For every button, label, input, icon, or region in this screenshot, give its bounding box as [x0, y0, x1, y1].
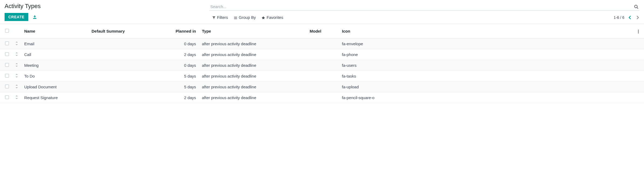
table-row[interactable]: To Do 5 days after previous activity dea… [0, 71, 644, 82]
col-icon[interactable]: Icon [339, 24, 634, 39]
row-checkbox[interactable] [5, 63, 9, 67]
svg-point-1 [635, 5, 637, 8]
cell-icon: fa-phone [339, 49, 634, 60]
cell-icon: fa-users [339, 60, 634, 71]
cell-type: after previous activity deadline [199, 92, 307, 103]
cell-type: after previous activity deadline [199, 49, 307, 60]
cell-planned-in: 5 days [159, 71, 199, 82]
table-row[interactable]: Meeting 0 days after previous activity d… [0, 60, 644, 71]
list-icon [234, 15, 237, 20]
table-row[interactable]: Upload Document 5 days after previous ac… [0, 82, 644, 92]
cell-model [307, 39, 339, 49]
col-type[interactable]: Type [199, 24, 307, 39]
create-button[interactable]: CREATE [5, 13, 28, 21]
funnel-icon [212, 15, 215, 20]
drag-handle-icon[interactable] [15, 52, 18, 56]
favorites-button[interactable]: Favorites [262, 15, 283, 20]
drag-handle-icon[interactable] [15, 74, 18, 78]
cell-model [307, 82, 339, 92]
cell-default-summary [89, 39, 159, 49]
cell-icon: fa-upload [339, 82, 634, 92]
group-by-button[interactable]: Group By [234, 15, 256, 20]
row-checkbox[interactable] [5, 74, 9, 78]
select-all-checkbox[interactable] [5, 29, 9, 33]
cell-type: after previous activity deadline [199, 60, 307, 71]
drag-handle-icon[interactable] [15, 63, 18, 67]
drag-handle-icon[interactable] [15, 41, 18, 45]
cell-model [307, 49, 339, 60]
cell-type: after previous activity deadline [199, 39, 307, 49]
cell-name: Email [22, 39, 89, 49]
svg-point-8 [638, 33, 639, 33]
cell-model [307, 92, 339, 103]
search-input[interactable] [209, 4, 633, 9]
cell-name: Call [22, 49, 89, 60]
cell-planned-in: 2 days [159, 92, 199, 103]
cell-default-summary [89, 82, 159, 92]
pager-prev-button[interactable] [628, 16, 632, 19]
svg-point-7 [638, 31, 639, 32]
col-default-summary[interactable]: Default Summary [89, 24, 159, 39]
filters-label: Filters [217, 15, 228, 20]
cell-name: Request Signature [22, 92, 89, 103]
favorites-label: Favorites [267, 15, 283, 20]
pager-next-button[interactable] [636, 16, 639, 19]
col-planned-in[interactable]: Planned in [159, 24, 199, 39]
column-options-button[interactable] [638, 29, 639, 33]
cell-name: Meeting [22, 60, 89, 71]
cell-model [307, 60, 339, 71]
star-icon [262, 15, 265, 20]
drag-handle-icon[interactable] [15, 95, 18, 99]
cell-name: To Do [22, 71, 89, 82]
cell-default-summary [89, 71, 159, 82]
cell-icon: fa-pencil-square-o [339, 92, 634, 103]
cell-type: after previous activity deadline [199, 82, 307, 92]
filters-button[interactable]: Filters [212, 15, 228, 20]
cell-default-summary [89, 49, 159, 60]
row-checkbox[interactable] [5, 95, 9, 99]
cell-model [307, 71, 339, 82]
row-checkbox[interactable] [5, 52, 9, 56]
import-icon[interactable] [33, 15, 37, 19]
cell-default-summary [89, 60, 159, 71]
cell-planned-in: 0 days [159, 60, 199, 71]
svg-point-6 [638, 30, 639, 31]
cell-icon: fa-envelope [339, 39, 634, 49]
row-checkbox[interactable] [5, 41, 9, 45]
cell-default-summary [89, 92, 159, 103]
cell-name: Upload Document [22, 82, 89, 92]
page-title: Activity Types [5, 3, 209, 10]
activity-types-table: Name Default Summary Planned in Type Mod… [0, 24, 644, 103]
svg-line-2 [637, 8, 638, 9]
row-checkbox[interactable] [5, 85, 9, 88]
col-name[interactable]: Name [22, 24, 89, 39]
table-row[interactable]: Email 0 days after previous activity dea… [0, 39, 644, 49]
table-row[interactable]: Request Signature 2 days after previous … [0, 92, 644, 103]
cell-planned-in: 5 days [159, 82, 199, 92]
group-by-label: Group By [239, 15, 256, 20]
drag-handle-icon[interactable] [15, 85, 18, 88]
table-row[interactable]: Call 2 days after previous activity dead… [0, 49, 644, 60]
search-icon[interactable] [633, 4, 639, 9]
cell-planned-in: 2 days [159, 49, 199, 60]
col-model[interactable]: Model [307, 24, 339, 39]
svg-rect-0 [33, 18, 36, 19]
cell-planned-in: 0 days [159, 39, 199, 49]
cell-type: after previous activity deadline [199, 71, 307, 82]
cell-icon: fa-tasks [339, 71, 634, 82]
pager-range: 1-6 / 6 [614, 15, 624, 20]
